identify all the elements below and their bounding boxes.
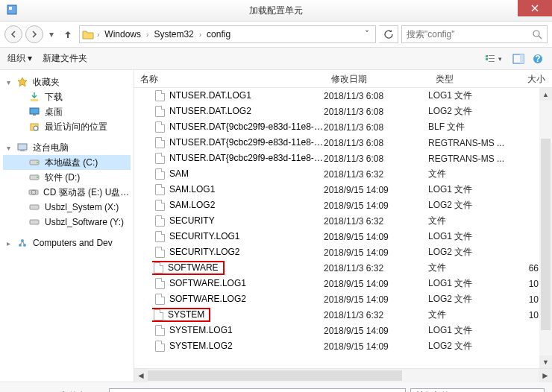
search-box[interactable] [401, 25, 548, 43]
file-name: SYSTEM.LOG2 [152, 341, 324, 352]
view-mode-button[interactable]: ▾ [480, 51, 506, 67]
col-name[interactable]: 名称 [134, 70, 325, 87]
history-dropdown[interactable]: ▾ [46, 29, 57, 39]
chevron-down-icon: ▾ [4, 144, 12, 152]
file-type: LOG2 文件 [428, 293, 510, 306]
preview-pane-button[interactable] [512, 52, 525, 66]
scrollbar-thumb[interactable] [541, 139, 551, 330]
file-name: NTUSER.DAT.LOG2 [152, 106, 324, 117]
file-type: REGTRANS-MS ... [428, 154, 510, 164]
horizontal-scrollbar[interactable]: ◄ ► [134, 368, 552, 382]
address-bar[interactable]: › Windows › System32 › config ˅ [79, 25, 376, 43]
table-row[interactable]: NTUSER.DAT{9cbc29f9-e83d-11e8-82...2018/… [134, 135, 552, 151]
scrollbar-thumb[interactable] [148, 370, 402, 381]
file-list[interactable]: NTUSER.DAT.LOG12018/11/3 6:08LOG1 文件NTUS… [134, 88, 552, 368]
table-row[interactable]: SAM.LOG12018/9/15 14:09LOG1 文件 [134, 182, 552, 197]
chevron-right-icon: › [145, 31, 149, 39]
table-row[interactable]: NTUSER.DAT{9cbc29f9-e83d-11e8-82...2018/… [134, 119, 552, 135]
help-button[interactable]: ? [531, 52, 545, 66]
sidebar-network[interactable]: ▸ Computers and Dev [3, 235, 131, 250]
network-icon [16, 237, 28, 249]
sidebar-recent[interactable]: 最近访问的位置 [3, 119, 131, 134]
address-dropdown[interactable]: ˅ [360, 29, 374, 39]
sidebar-downloads[interactable]: 下载 [3, 89, 131, 104]
close-button[interactable] [518, 0, 552, 16]
sidebar-drive-c[interactable]: 本地磁盘 (C:) [3, 155, 131, 170]
back-button[interactable] [4, 25, 22, 43]
file-name: SECURITY.LOG2 [152, 247, 324, 258]
toolbar: 组织 ▾ 新建文件夹 ▾ ? [0, 48, 552, 70]
svg-rect-8 [489, 55, 495, 56]
table-row[interactable]: SECURITY2018/11/3 6:32文件 [134, 213, 552, 229]
filename-field[interactable]: ▾ [109, 388, 406, 393]
table-row[interactable]: SYSTEM2018/11/3 6:32文件10,2 [134, 307, 552, 323]
breadcrumb-windows[interactable]: Windows [101, 29, 144, 39]
svg-line-5 [539, 36, 542, 39]
file-area: 名称 修改日期 类型 大小 NTUSER.DAT.LOG12018/11/3 6… [134, 70, 552, 382]
table-row[interactable]: SECURITY.LOG12018/9/15 14:09LOG1 文件 [134, 229, 552, 244]
table-row[interactable]: SAM2018/11/3 6:32文件 [134, 166, 552, 182]
table-row[interactable]: SOFTWARE.LOG22018/9/15 14:09LOG2 文件10,2 [134, 291, 552, 307]
up-button[interactable] [60, 26, 76, 42]
scroll-left-icon[interactable]: ◄ [134, 369, 148, 382]
file-date: 2018/11/3 6:08 [324, 107, 428, 117]
col-type[interactable]: 类型 [430, 70, 512, 87]
scroll-right-icon[interactable]: ► [539, 369, 552, 382]
sidebar-desktop[interactable]: 桌面 [3, 104, 131, 119]
table-row[interactable]: SOFTWARE2018/11/3 6:32文件66,3 [134, 260, 552, 276]
sidebar-drive-x[interactable]: Usbzl_System (X:) [3, 200, 131, 215]
forward-button[interactable] [25, 25, 43, 43]
table-row[interactable]: SAM.LOG22018/9/15 14:09LOG2 文件 [134, 197, 552, 213]
window-title: 加载配置单元 [249, 4, 303, 17]
svg-text:?: ? [535, 54, 540, 64]
svg-rect-21 [20, 151, 25, 151]
drive-icon [28, 157, 40, 168]
file-type: LOG1 文件 [428, 324, 510, 337]
svg-point-4 [533, 31, 539, 37]
refresh-button[interactable] [379, 25, 398, 43]
table-row[interactable]: NTUSER.DAT.LOG12018/11/3 6:08LOG1 文件 [134, 88, 552, 104]
file-date: 2018/9/15 14:09 [324, 294, 428, 305]
file-type: LOG2 文件 [428, 105, 510, 118]
search-input[interactable] [407, 29, 533, 39]
scroll-up-icon[interactable]: ▲ [539, 88, 552, 101]
file-date: 2018/9/15 14:09 [324, 247, 428, 258]
col-size[interactable]: 大小 [512, 70, 552, 87]
file-name: SOFTWARE.LOG1 [152, 278, 324, 289]
file-name: SECURITY.LOG1 [152, 231, 324, 242]
star-icon [16, 76, 28, 88]
breadcrumb-system32[interactable]: System32 [151, 29, 196, 39]
sidebar-drive-d[interactable]: 软件 (D:) [3, 170, 131, 185]
file-name: SAM.LOG2 [152, 200, 324, 211]
file-type: LOG2 文件 [428, 246, 510, 259]
sidebar-thispc[interactable]: ▾ 这台电脑 [3, 140, 131, 155]
file-date: 2018/11/3 6:08 [324, 122, 428, 133]
sidebar-drive-y[interactable]: Usbzl_Software (Y:) [3, 215, 131, 230]
table-row[interactable]: SYSTEM.LOG22018/9/15 14:09LOG2 文件 [134, 338, 552, 354]
table-row[interactable]: SOFTWARE.LOG12018/9/15 14:09LOG1 文件10,2 [134, 276, 552, 291]
app-icon [6, 4, 18, 16]
table-row[interactable]: SYSTEM.LOG12018/9/15 14:09LOG1 文件 [134, 323, 552, 338]
list-view-icon [483, 52, 497, 66]
breadcrumb-config[interactable]: config [204, 29, 233, 39]
file-date: 2018/9/15 14:09 [324, 185, 428, 195]
file-name: NTUSER.DAT{9cbc29f9-e83d-11e8-82... [152, 153, 324, 164]
file-date: 2018/9/15 14:09 [324, 326, 428, 336]
computer-icon [16, 142, 28, 154]
sidebar-drive-e[interactable]: CD 驱动器 (E:) U盘… [3, 185, 131, 200]
sidebar-favorites[interactable]: ▾ 收藏夹 [3, 75, 131, 89]
col-date[interactable]: 修改日期 [325, 70, 430, 87]
table-row[interactable]: SECURITY.LOG22018/9/15 14:09LOG2 文件 [134, 244, 552, 260]
svg-rect-28 [30, 205, 39, 209]
recent-icon [28, 121, 40, 133]
table-row[interactable]: NTUSER.DAT{9cbc29f9-e83d-11e8-82...2018/… [134, 151, 552, 166]
table-row[interactable]: NTUSER.DAT.LOG22018/11/3 6:08LOG2 文件 [134, 104, 552, 119]
organize-menu[interactable]: 组织 ▾ [7, 52, 32, 65]
scroll-down-icon[interactable]: ▼ [539, 355, 552, 368]
chevron-right-icon: ▸ [4, 239, 12, 247]
filetype-filter[interactable]: 所有文件 ▾ [410, 388, 545, 393]
svg-rect-9 [489, 58, 495, 59]
vertical-scrollbar[interactable]: ▲ ▼ [539, 88, 552, 368]
file-type: REGTRANS-MS ... [428, 138, 510, 148]
new-folder-button[interactable]: 新建文件夹 [43, 52, 87, 65]
